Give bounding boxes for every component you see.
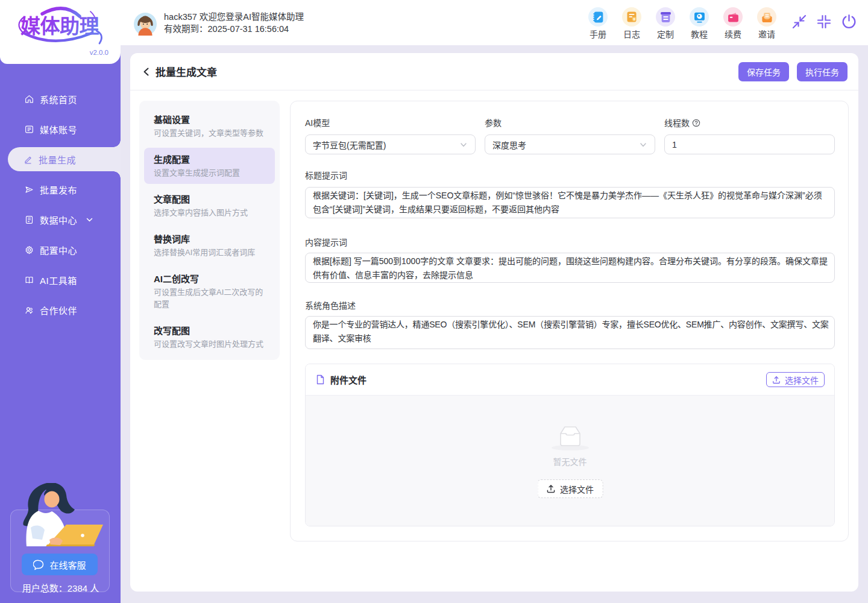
svg-text:媒体助理: 媒体助理 bbox=[20, 15, 99, 37]
